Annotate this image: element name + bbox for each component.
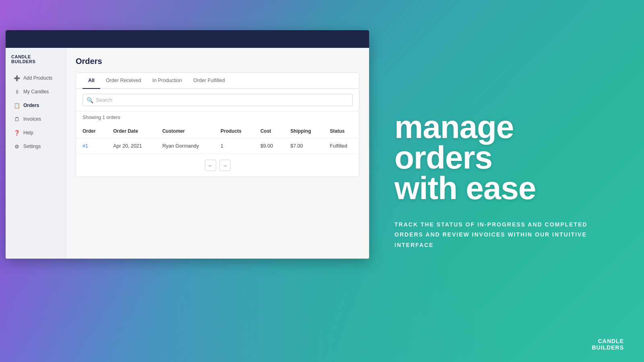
cell-cost: $9.00 — [254, 138, 284, 154]
bottom-right-logo: CANDLE BUILDERS — [592, 338, 624, 351]
showing-orders-text: Showing 1 orders — [76, 111, 359, 124]
orders-icon: 📋 — [14, 102, 20, 109]
tab-order-received[interactable]: Order Received — [100, 73, 147, 89]
cell-status: Fulfilled — [324, 138, 359, 154]
sidebar-item-label: Add Products — [23, 75, 52, 81]
search-input-wrapper: 🔍 — [83, 94, 353, 106]
search-icon: 🔍 — [87, 97, 93, 103]
bottom-logo-line1: CANDLE — [598, 338, 624, 344]
cell-order-id[interactable]: #1 — [76, 138, 107, 154]
cell-order-date: Apr 20, 2021 — [107, 138, 156, 154]
cell-shipping: $7.00 — [284, 138, 323, 154]
top-bar — [6, 30, 369, 48]
headline: manage orders with ease — [394, 112, 620, 204]
tab-all[interactable]: All — [83, 73, 100, 89]
tab-in-production[interactable]: In Production — [147, 73, 188, 89]
bottom-logo-line2: BUILDERS — [592, 345, 624, 351]
page-title: Orders — [76, 57, 359, 66]
col-cost: Cost — [254, 124, 284, 138]
tab-order-fulfilled[interactable]: Order Fulfilled — [188, 73, 231, 89]
content-area: Orders All Order Received In Production … — [66, 48, 369, 259]
cell-products: 1 — [214, 138, 254, 154]
candle-icon: 🕯 — [14, 88, 20, 95]
pagination: ← → — [76, 154, 359, 177]
settings-icon: ⚙ — [14, 143, 20, 150]
main-layout: CANDLE BUILDERS ➕ Add Products 🕯 My Cand… — [6, 48, 369, 259]
invoices-icon: 🗒 — [14, 116, 20, 122]
sidebar-item-label: My Candles — [23, 89, 49, 95]
sidebar-item-settings[interactable]: ⚙ Settings — [8, 140, 63, 153]
sidebar: CANDLE BUILDERS ➕ Add Products 🕯 My Cand… — [6, 48, 66, 259]
headline-line3: with ease — [394, 173, 620, 204]
prev-page-button[interactable]: ← — [205, 160, 216, 171]
sidebar-item-label: Orders — [23, 103, 39, 108]
help-icon: ❓ — [14, 130, 20, 136]
right-content: manage orders with ease TRACK THE STATUS… — [362, 0, 644, 362]
sidebar-item-orders[interactable]: 📋 Orders — [8, 99, 63, 112]
sidebar-nav: ➕ Add Products 🕯 My Candles 📋 Orders 🗒 I… — [6, 70, 66, 155]
orders-table: Order Order Date Customer Products Cost … — [76, 124, 359, 154]
search-container: 🔍 — [76, 89, 359, 111]
headline-line2: orders — [394, 142, 620, 173]
sidebar-item-label: Settings — [23, 144, 41, 149]
table-row: #1 Apr 20, 2021 Ryan Gormandy 1 $9.00 $7… — [76, 138, 359, 154]
col-status: Status — [324, 124, 359, 138]
sidebar-item-my-candles[interactable]: 🕯 My Candles — [8, 85, 63, 98]
sidebar-item-invoices[interactable]: 🗒 Invoices — [8, 113, 63, 125]
sidebar-item-add-products[interactable]: ➕ Add Products — [8, 72, 63, 84]
headline-line1: manage — [394, 112, 620, 142]
next-page-button[interactable]: → — [219, 160, 231, 171]
col-customer: Customer — [156, 124, 214, 138]
cell-customer: Ryan Gormandy — [156, 138, 214, 154]
sidebar-logo-line2: BUILDERS — [11, 59, 60, 64]
app-window: CANDLE BUILDERS ➕ Add Products 🕯 My Cand… — [6, 30, 369, 259]
sidebar-logo-line1: CANDLE — [11, 54, 60, 59]
col-order-date: Order Date — [107, 124, 156, 138]
orders-panel: All Order Received In Production Order F… — [76, 72, 359, 177]
col-products: Products — [214, 124, 254, 138]
tabs-bar: All Order Received In Production Order F… — [76, 73, 359, 89]
order-link[interactable]: #1 — [83, 143, 88, 149]
sidebar-item-label: Help — [23, 130, 33, 136]
col-order: Order — [76, 124, 107, 138]
col-shipping: Shipping — [284, 124, 323, 138]
add-products-icon: ➕ — [14, 75, 20, 81]
subtext: TRACK THE STATUS OF IN-PROGRESS AND COMP… — [394, 220, 596, 250]
search-input[interactable] — [83, 94, 353, 106]
sidebar-item-label: Invoices — [23, 116, 41, 122]
table-header-row: Order Order Date Customer Products Cost … — [76, 124, 359, 138]
sidebar-logo: CANDLE BUILDERS — [6, 49, 66, 70]
sidebar-item-help[interactable]: ❓ Help — [8, 126, 63, 139]
